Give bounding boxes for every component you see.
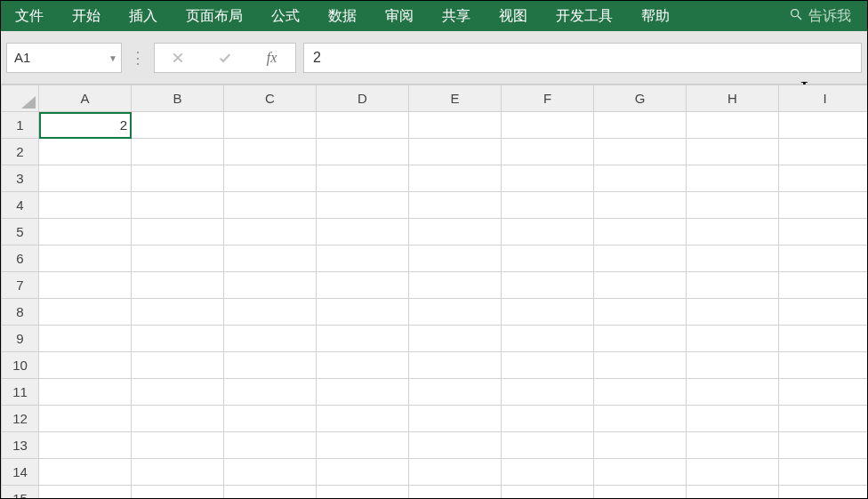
cell-G9[interactable] [594, 326, 687, 352]
cell-B4[interactable] [132, 192, 224, 219]
col-header-D[interactable]: D [317, 85, 409, 112]
cell-C5[interactable] [224, 219, 317, 245]
row-header-4[interactable]: 4 [2, 192, 39, 219]
cell-A5[interactable] [39, 219, 132, 245]
cell-E14[interactable] [409, 459, 502, 486]
cell-F7[interactable] [502, 272, 594, 299]
cell-C11[interactable] [224, 379, 317, 406]
cell-D4[interactable] [317, 192, 409, 219]
cell-F11[interactable] [502, 379, 594, 406]
tab-developer[interactable]: 开发工具 [542, 1, 627, 31]
cell-F10[interactable] [502, 352, 594, 379]
cell-B15[interactable] [132, 486, 224, 499]
cell-C14[interactable] [224, 459, 317, 486]
col-header-F[interactable]: F [502, 85, 594, 112]
more-options-icon[interactable]: ⋮ [129, 43, 147, 73]
cell-E3[interactable] [409, 165, 502, 192]
row-header-9[interactable]: 9 [2, 326, 39, 352]
cell-B1[interactable] [132, 112, 224, 139]
cell-C1[interactable] [224, 112, 317, 139]
cell-B7[interactable] [132, 272, 224, 299]
cell-I10[interactable] [779, 352, 868, 379]
cell-C6[interactable] [224, 245, 317, 272]
cell-F1[interactable] [502, 112, 594, 139]
cell-E7[interactable] [409, 272, 502, 299]
cell-B2[interactable] [132, 139, 224, 165]
cell-C12[interactable] [224, 406, 317, 432]
cell-C4[interactable] [224, 192, 317, 219]
cell-D10[interactable] [317, 352, 409, 379]
name-box[interactable]: ▼ [6, 43, 122, 73]
cell-B6[interactable] [132, 245, 224, 272]
cell-I1[interactable] [779, 112, 868, 139]
cell-E15[interactable] [409, 486, 502, 499]
tab-home[interactable]: 开始 [58, 1, 115, 31]
cell-C8[interactable] [224, 299, 317, 326]
cell-G14[interactable] [594, 459, 687, 486]
cell-I14[interactable] [779, 459, 868, 486]
cell-H5[interactable] [687, 219, 779, 245]
cell-B13[interactable] [132, 432, 224, 459]
cell-I9[interactable] [779, 326, 868, 352]
cell-H14[interactable] [687, 459, 779, 486]
row-header-15[interactable]: 15 [2, 486, 39, 499]
cell-A12[interactable] [39, 406, 132, 432]
cell-F9[interactable] [502, 326, 594, 352]
cell-H1[interactable] [687, 112, 779, 139]
cell-G6[interactable] [594, 245, 687, 272]
tab-help[interactable]: 帮助 [627, 1, 684, 31]
row-header-12[interactable]: 12 [2, 406, 39, 432]
cell-G4[interactable] [594, 192, 687, 219]
cell-A14[interactable] [39, 459, 132, 486]
cell-D5[interactable] [317, 219, 409, 245]
cell-E12[interactable] [409, 406, 502, 432]
tab-view[interactable]: 视图 [485, 1, 542, 31]
cell-H6[interactable] [687, 245, 779, 272]
cell-G3[interactable] [594, 165, 687, 192]
cell-H4[interactable] [687, 192, 779, 219]
col-header-E[interactable]: E [409, 85, 502, 112]
cell-I3[interactable] [779, 165, 868, 192]
col-header-H[interactable]: H [687, 85, 779, 112]
cell-H12[interactable] [687, 406, 779, 432]
tab-review[interactable]: 审阅 [371, 1, 428, 31]
cell-B9[interactable] [132, 326, 224, 352]
cell-D1[interactable] [317, 112, 409, 139]
tab-formulas[interactable]: 公式 [257, 1, 314, 31]
cell-I5[interactable] [779, 219, 868, 245]
cell-E9[interactable] [409, 326, 502, 352]
tab-file[interactable]: 文件 [1, 1, 58, 31]
cell-E5[interactable] [409, 219, 502, 245]
cell-D6[interactable] [317, 245, 409, 272]
row-header-8[interactable]: 8 [2, 299, 39, 326]
cell-H13[interactable] [687, 432, 779, 459]
cell-H8[interactable] [687, 299, 779, 326]
cell-D15[interactable] [317, 486, 409, 499]
cell-C2[interactable] [224, 139, 317, 165]
cell-H11[interactable] [687, 379, 779, 406]
cell-C10[interactable] [224, 352, 317, 379]
cell-D12[interactable] [317, 406, 409, 432]
cell-D9[interactable] [317, 326, 409, 352]
cell-A1[interactable]: 2 [39, 112, 132, 139]
cell-E13[interactable] [409, 432, 502, 459]
row-header-13[interactable]: 13 [2, 432, 39, 459]
col-header-C[interactable]: C [224, 85, 317, 112]
cell-G1[interactable] [594, 112, 687, 139]
cell-B10[interactable] [132, 352, 224, 379]
cell-H3[interactable] [687, 165, 779, 192]
cell-I11[interactable] [779, 379, 868, 406]
cell-C3[interactable] [224, 165, 317, 192]
row-header-14[interactable]: 14 [2, 459, 39, 486]
formula-input[interactable] [304, 44, 861, 72]
cell-G13[interactable] [594, 432, 687, 459]
name-box-input[interactable] [7, 44, 121, 72]
cell-G8[interactable] [594, 299, 687, 326]
cell-I12[interactable] [779, 406, 868, 432]
cell-A9[interactable] [39, 326, 132, 352]
cell-D8[interactable] [317, 299, 409, 326]
row-header-5[interactable]: 5 [2, 219, 39, 245]
cell-F3[interactable] [502, 165, 594, 192]
insert-function-button[interactable]: fx [249, 44, 295, 72]
cancel-button[interactable] [155, 44, 201, 72]
